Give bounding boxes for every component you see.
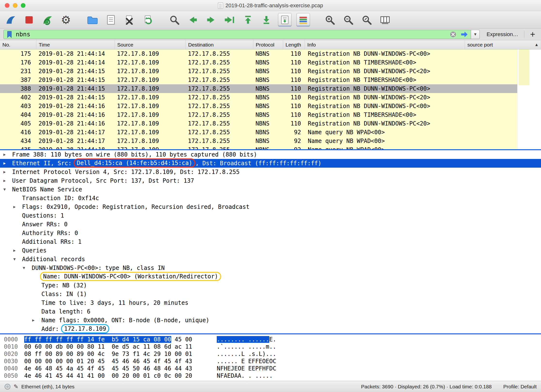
hex-bytes[interactable]: 00 00 00 00 00 01 20 45 45 46 46 45 4f 4… — [24, 358, 217, 365]
cell-time[interactable]: 2019-01-28 21:44:15 — [36, 76, 115, 84]
cell-time[interactable]: 2019-01-28 21:44:15 — [36, 67, 115, 76]
expand-arrow-icon[interactable]: ▶ — [13, 203, 16, 211]
cell-info[interactable]: Registration NB DUNN-WINDOWS-PC<00> — [305, 102, 465, 110]
cell-proto[interactable]: NBNS — [253, 93, 283, 102]
column-header-protocol[interactable]: Protocol — [253, 40, 283, 49]
hex-row-0010[interactable]: 001000 60 00 db 00 00 80 11 0e d5 ac 11 … — [0, 343, 541, 350]
cell-time[interactable]: 2019-01-28 21:44:17 — [36, 128, 115, 137]
expand-arrow-icon[interactable]: ▶ — [3, 168, 6, 176]
zoom-out-button[interactable] — [341, 13, 355, 27]
cell-len[interactable]: 110 — [283, 49, 305, 58]
hex-bytes[interactable]: 4e 46 48 45 4a 45 4f 45 45 45 50 46 48 4… — [24, 365, 217, 372]
hex-ascii[interactable]: NFAEDAA. . ..... — [217, 372, 276, 379]
cell-time[interactable]: 2019-01-28 21:44:18 — [36, 145, 115, 149]
cell-info[interactable]: Registration NB TIMBERSHADE<00> — [305, 110, 465, 119]
close-window-button[interactable] — [5, 3, 9, 8]
detail-row[interactable]: ▶Frame 388: 110 bytes on wire (880 bits)… — [0, 150, 541, 159]
cell-proto[interactable]: NBNS — [253, 84, 283, 93]
column-header-source-port[interactable]: source port — [465, 40, 541, 49]
cell-dst[interactable]: 172.17.8.255 — [186, 67, 253, 76]
cell-no[interactable]: 416 — [0, 128, 36, 137]
reload-file-button[interactable] — [141, 13, 155, 27]
hex-bytes[interactable]: ff ff ff ff ff ff 14 fe b5 d4 15 ca 08 0… — [24, 336, 217, 343]
detail-row[interactable]: Questions: 1 — [0, 211, 541, 220]
cell-len[interactable]: 110 — [283, 67, 305, 76]
cell-proto[interactable]: NBNS — [253, 58, 283, 67]
packet-list-scrollbar-minimap[interactable] — [519, 49, 529, 85]
cell-src[interactable]: 172.17.8.109 — [115, 67, 186, 76]
capture-options-button[interactable]: ⚙ — [59, 13, 73, 27]
cell-no[interactable]: 176 — [0, 58, 36, 67]
cell-proto[interactable]: NBNS — [253, 76, 283, 84]
hex-bytes[interactable]: 4e 46 41 45 44 41 41 00 00 20 00 01 c0 0… — [24, 372, 217, 379]
zoom-in-button[interactable] — [323, 13, 337, 27]
detail-row[interactable]: Transaction ID: 0xf14c — [0, 194, 541, 203]
cell-dst[interactable]: 172.17.8.255 — [186, 110, 253, 119]
cell-no[interactable]: 388 — [0, 84, 36, 93]
cell-src[interactable]: 172.17.8.109 — [115, 137, 186, 145]
cell-src[interactable]: 172.17.8.109 — [115, 93, 186, 102]
cell-no[interactable]: 404 — [0, 110, 36, 119]
auto-scroll-toggle[interactable] — [278, 13, 292, 27]
cell-dst[interactable]: 172.17.8.255 — [186, 128, 253, 137]
sort-indicator[interactable]: ▲ — [534, 40, 539, 49]
save-file-button[interactable] — [104, 13, 118, 27]
find-packet-button[interactable] — [168, 13, 181, 27]
clear-filter-icon[interactable] — [449, 31, 457, 38]
hex-ascii[interactable]: NFHEJEOE EEPFHFDC — [217, 365, 276, 372]
cell-dst[interactable]: 172.17.8.255 — [186, 93, 253, 102]
filter-value[interactable]: nbns — [16, 31, 30, 38]
fullscreen-window-button[interactable] — [21, 3, 25, 8]
cell-src[interactable]: 172.17.8.109 — [115, 128, 186, 137]
close-file-button[interactable] — [123, 13, 136, 27]
hex-row-0050[interactable]: 00504e 46 41 45 44 41 41 00 00 20 00 01 … — [0, 372, 541, 379]
cell-no[interactable]: 387 — [0, 76, 36, 84]
display-filter-input[interactable]: nbns ▼ — [3, 30, 480, 39]
cell-info[interactable]: Registration NB DUNN-WINDOWS-PC<00> — [305, 84, 465, 93]
cell-len[interactable]: 110 — [283, 93, 305, 102]
detail-row[interactable]: ▼DUNN-WINDOWS-PC<00>: type NB, class IN — [0, 264, 541, 272]
packet-row-403[interactable]: 4032019-01-28 21:44:16172.17.8.109172.17… — [0, 102, 541, 110]
cell-info[interactable]: Registration NB DUNN-WINDOWS-PC<00> — [305, 49, 465, 58]
go-to-top-button[interactable] — [241, 13, 255, 27]
detail-row[interactable]: ▶Name flags: 0x0000, ONT: B-node (B-node… — [0, 316, 541, 325]
cell-proto[interactable]: NBNS — [253, 49, 283, 58]
column-header-destination[interactable]: Destination — [186, 40, 253, 49]
cell-src[interactable]: 172.17.8.109 — [115, 110, 186, 119]
detail-row[interactable]: ▼Additional records — [0, 255, 541, 264]
cell-len[interactable]: 110 — [283, 110, 305, 119]
cell-proto[interactable]: NBNS — [253, 137, 283, 145]
packet-row-434[interactable]: 4342019-01-28 21:44:17172.17.8.109172.17… — [0, 137, 541, 145]
restart-capture-button[interactable] — [41, 13, 54, 27]
column-header-info[interactable]: Info — [305, 40, 465, 49]
cell-dst[interactable]: 172.17.8.255 — [186, 49, 253, 58]
packet-row-416[interactable]: 4162019-01-28 21:44:17172.17.8.109172.17… — [0, 128, 541, 137]
detail-row[interactable]: Type: NB (32) — [0, 281, 541, 290]
go-forward-button[interactable] — [204, 13, 218, 27]
cell-proto[interactable]: NBNS — [253, 110, 283, 119]
cell-proto[interactable]: NBNS — [253, 145, 283, 149]
collapse-arrow-icon[interactable]: ▼ — [3, 185, 6, 194]
packet-row-231[interactable]: 2312019-01-28 21:44:15172.17.8.109172.17… — [0, 67, 541, 76]
go-to-packet-button[interactable] — [223, 13, 236, 27]
cell-dst[interactable]: 172.17.8.255 — [186, 137, 253, 145]
cell-proto[interactable]: NBNS — [253, 102, 283, 110]
cell-info[interactable]: Registration NB TIMBERSHADE<00> — [305, 58, 465, 67]
cell-dst[interactable]: 172.17.8.255 — [186, 76, 253, 84]
cell-proto[interactable]: NBNS — [253, 128, 283, 137]
cell-dst[interactable]: 172.17.8.255 — [186, 145, 253, 149]
cell-time[interactable]: 2019-01-28 21:44:17 — [36, 137, 115, 145]
expand-arrow-icon[interactable]: ▶ — [3, 159, 6, 168]
detail-row[interactable]: Data length: 6 — [0, 307, 541, 316]
packet-list[interactable]: 1752019-01-28 21:44:14172.17.8.109172.17… — [0, 49, 541, 149]
cell-no[interactable]: 435 — [0, 145, 36, 149]
go-to-bottom-button[interactable] — [260, 13, 273, 27]
cell-src[interactable]: 172.17.8.109 — [115, 102, 186, 110]
cell-src[interactable]: 172.17.8.109 — [115, 49, 186, 58]
expand-arrow-icon[interactable]: ▶ — [3, 176, 6, 185]
detail-row[interactable]: Name: DUNN-WINDOWS-PC<00> (Workstation/R… — [0, 272, 541, 281]
packet-row-404[interactable]: 4042019-01-28 21:44:16172.17.8.109172.17… — [0, 110, 541, 119]
cell-no[interactable]: 434 — [0, 137, 36, 145]
packet-row-387[interactable]: 3872019-01-28 21:44:15172.17.8.109172.17… — [0, 76, 541, 84]
column-header-length[interactable]: Length — [283, 40, 305, 49]
